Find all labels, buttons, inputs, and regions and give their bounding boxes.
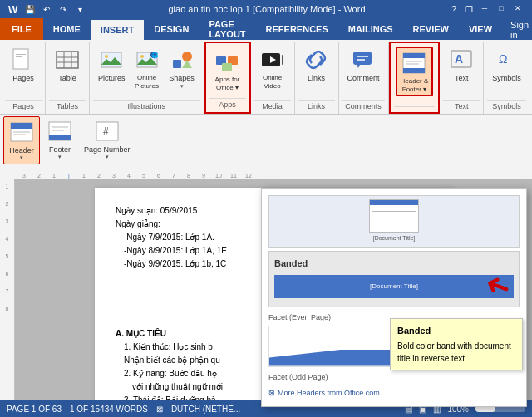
footer-button[interactable]: Footer ▾: [42, 116, 78, 163]
minimize-button[interactable]: ─: [477, 2, 492, 14]
document-area: Ngày soạn: 05/9/2015 Ngày giảng: -Ngày 7…: [15, 179, 532, 417]
online-video-button[interactable]: OnlineVideo: [256, 45, 289, 91]
svg-rect-26: [353, 52, 372, 65]
text-icon: A: [448, 47, 475, 73]
title-bar-left: W 💾 ↶ ↷ ▾: [7, 2, 86, 16]
facet-odd-label: Facet (Odd Page): [268, 372, 520, 384]
doc-preview-thumb: [Document Title]: [268, 195, 520, 248]
title-bar: W 💾 ↶ ↷ ▾ giao an tin hoc lop 1 [Compati…: [0, 0, 532, 18]
online-pictures-button[interactable]: 🌐 OnlinePictures: [131, 45, 164, 91]
signin-link[interactable]: Sign in: [502, 20, 532, 40]
vertical-ruler: 1 2 3 4 5 6 7 8: [0, 179, 15, 417]
redo-icon[interactable]: ↷: [57, 2, 70, 16]
ribbon-group-text: A Text Text: [440, 42, 484, 114]
headerfooter-label: Header &Footer ▾: [401, 77, 429, 93]
word-icon: W: [7, 2, 20, 16]
close-button[interactable]: ✕: [510, 2, 525, 14]
facet-odd-section[interactable]: Facet (Odd Page): [268, 372, 520, 384]
online-pictures-icon: 🌐: [134, 47, 160, 73]
symbols-icon: Ω: [494, 47, 520, 73]
page-count: PAGE 1 OF 63: [7, 405, 62, 414]
tab-home[interactable]: HOME: [43, 18, 91, 40]
tooltip-title: Banded: [397, 324, 515, 338]
tab-mailings[interactable]: MAILINGS: [338, 18, 403, 40]
language: DUTCH (NETHE...: [171, 405, 240, 414]
shapes-icon: [169, 47, 195, 73]
pagenumber-dropdown-arrow: ▾: [106, 154, 109, 160]
restore-icon[interactable]: ❐: [462, 2, 475, 16]
svg-rect-31: [403, 53, 425, 58]
text-button[interactable]: A Text: [445, 45, 478, 85]
office-link[interactable]: ⊠ More Headers from Office.com: [268, 388, 520, 400]
symbols-group-label: Symbols: [487, 100, 526, 112]
symbols-label: Symbols: [492, 74, 521, 83]
svg-text:A: A: [455, 52, 463, 66]
online-pictures-label: OnlinePictures: [135, 74, 159, 90]
tab-view[interactable]: VIEW: [459, 18, 502, 40]
ribbon-tabs: FILE HOME INSERT DESIGN PAGE LAYOUT REFE…: [0, 18, 532, 40]
pages-group-label: Pages: [5, 100, 42, 112]
pages-button[interactable]: Pages: [7, 45, 40, 85]
ribbon-group-illustrations: Pictures 🌐 OnlinePictures: [90, 42, 204, 114]
svg-text:Ω: Ω: [499, 52, 507, 66]
office-link-text: More Headers from Office.com: [278, 388, 380, 400]
tooltip-banded: Banded Bold color band with document tit…: [390, 318, 523, 371]
online-video-icon: [259, 47, 286, 73]
ribbon-row2: Header ▾ Footer ▾ # Page Number ▾: [0, 115, 532, 164]
svg-rect-43: [49, 135, 71, 140]
table-button[interactable]: Table: [51, 45, 84, 85]
links-button[interactable]: Links: [300, 45, 333, 85]
tab-review[interactable]: REVIEW: [403, 18, 459, 40]
svg-text:🌐: 🌐: [151, 52, 159, 59]
svg-rect-5: [16, 56, 22, 57]
save-icon[interactable]: 💾: [23, 2, 37, 16]
customize-icon[interactable]: ▾: [73, 2, 86, 16]
tab-references[interactable]: REFERENCES: [256, 18, 338, 40]
horizontal-ruler: 3 2 1 | 1 2 3 4 5 6 7 8 9 10 11 12: [0, 164, 532, 179]
svg-rect-4: [16, 54, 26, 55]
lang-icon: ⊠: [156, 405, 163, 414]
tab-file[interactable]: FILE: [0, 18, 43, 40]
comment-button[interactable]: Comment: [344, 45, 383, 85]
banded-preview: [Document Title]: [274, 275, 514, 298]
comment-label: Comment: [347, 74, 380, 83]
pictures-button[interactable]: Pictures: [95, 45, 129, 85]
maximize-button[interactable]: □: [494, 2, 509, 14]
svg-rect-39: [11, 123, 32, 129]
tooltip-description: Bold color band with document title in r…: [397, 340, 515, 365]
svg-rect-22: [222, 63, 232, 71]
svg-point-12: [105, 55, 108, 58]
svg-rect-25: [282, 55, 283, 65]
tab-design[interactable]: DESIGN: [144, 18, 199, 40]
headerfooter-button[interactable]: Header &Footer ▾: [396, 47, 434, 96]
header-icon: [8, 120, 35, 146]
svg-text:#: #: [103, 125, 109, 137]
undo-icon[interactable]: ↶: [40, 2, 53, 16]
symbols-button[interactable]: Ω Symbols: [489, 45, 525, 85]
header-button[interactable]: Header ▾: [3, 116, 40, 164]
pages-label: Pages: [12, 74, 34, 83]
ribbon-group-tables: Table Tables: [46, 42, 90, 114]
ribbon-content: Pages Pages Table Tables: [0, 40, 532, 115]
help-icon[interactable]: ?: [447, 2, 461, 16]
tab-pagelayout[interactable]: PAGE LAYOUT: [199, 18, 255, 40]
footer-dropdown-arrow: ▾: [58, 154, 62, 160]
apps-for-office-button[interactable]: Apps forOffice ▾: [211, 47, 244, 93]
banded-preview-text: [Document Title]: [370, 282, 418, 292]
ribbon-group-symbols: Ω Symbols Symbols: [484, 42, 530, 114]
svg-rect-17: [173, 60, 181, 68]
text-label: Text: [455, 74, 469, 83]
tab-insert[interactable]: INSERT: [91, 18, 144, 40]
comments-group-label: Comments: [342, 100, 385, 112]
illustrations-group-label: Illustrations: [93, 100, 200, 112]
links-label: Links: [308, 74, 325, 83]
headerfooter-icon: [401, 50, 427, 76]
ribbon-group-headerfooter: Header &Footer ▾: [389, 42, 441, 114]
svg-rect-32: [403, 68, 425, 73]
footer-label: Footer: [49, 145, 71, 154]
shapes-button[interactable]: Shapes ▾: [165, 45, 199, 91]
comment-icon: [350, 47, 377, 73]
page-number-button[interactable]: # Page Number ▾: [80, 116, 135, 163]
ribbon-group-comments: Comment Comments: [339, 42, 389, 114]
table-icon: [54, 47, 81, 73]
